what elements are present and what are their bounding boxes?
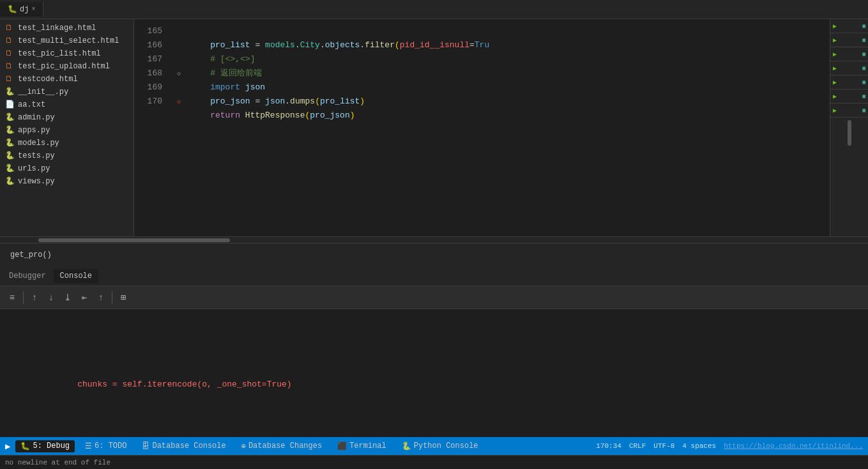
horizontal-scrollbar[interactable] bbox=[0, 236, 868, 243]
changes-icon: ⊕ bbox=[241, 442, 246, 451]
terminal-icon: ⬛ bbox=[337, 442, 347, 451]
preview-bar: get_pro() bbox=[0, 243, 868, 266]
status-bar-left: ▶ bbox=[5, 441, 10, 452]
grid-icon: ▦ bbox=[862, 65, 865, 71]
tab-database-changes[interactable]: ⊕ Database Changes bbox=[236, 440, 327, 452]
dj-tab[interactable]: 🐛 dj × bbox=[0, 2, 43, 17]
run-button-4[interactable]: ▶ ▦ bbox=[830, 61, 868, 75]
horizontal-scrollbar-thumb[interactable] bbox=[38, 238, 230, 242]
position-indicator: 170:34 bbox=[596, 442, 621, 450]
python-icon: 🐍 bbox=[402, 442, 411, 451]
list-item[interactable]: 🗋 testcode.html bbox=[0, 73, 133, 86]
function-label: get_pro() bbox=[10, 250, 52, 259]
code-editor[interactable]: 165 166 167 168 169 170 ◇ ◇ pro_list = m… bbox=[134, 19, 830, 236]
run-button-group: ▶ ▦ ▶ ▦ ▶ ▦ ▶ ▦ ▶ ▦ ▶ ▦ bbox=[830, 19, 868, 118]
list-item[interactable]: 📄 aa.txt bbox=[0, 98, 133, 111]
info-bar: no newline at end of file bbox=[0, 455, 868, 469]
toolbar-menu-button[interactable]: ≡ bbox=[5, 291, 19, 305]
run-button-5[interactable]: ▶ ▦ bbox=[830, 75, 868, 89]
list-item[interactable]: 🐍 tests.py bbox=[0, 150, 133, 162]
run-button-2[interactable]: ▶ ▦ bbox=[830, 33, 868, 47]
gutter-mark bbox=[172, 38, 185, 52]
console-row: chunks = self.iterencode(o, _one_shot=Tr… bbox=[8, 340, 860, 437]
grid-icon: ▦ bbox=[862, 51, 865, 57]
tab-todo[interactable]: ☰ 6: TODO bbox=[80, 440, 132, 452]
run-button-6[interactable]: ▶ ▦ bbox=[830, 89, 868, 104]
list-item[interactable]: 🐍 apps.py bbox=[0, 124, 133, 137]
todo-icon: ☰ bbox=[85, 442, 92, 451]
run-icon: ▶ bbox=[5, 441, 10, 452]
tab-close-icon[interactable]: × bbox=[31, 6, 35, 13]
gutter-mark-fold: ◇ bbox=[172, 66, 185, 81]
debug-tab-bar: Debugger Console bbox=[0, 266, 868, 286]
html-file-icon: 🗋 bbox=[5, 36, 15, 46]
run-button-7[interactable]: ▶ ▦ bbox=[830, 104, 868, 118]
run-button-1[interactable]: ▶ ▦ bbox=[830, 19, 868, 33]
console-output: chunks = self.iterencode(o, _one_shot=Tr… bbox=[0, 309, 868, 437]
gutter: ◇ ◇ bbox=[172, 19, 185, 236]
status-bar-tabs: 🐛 5: Debug ☰ 6: TODO 🗄 Database Console … bbox=[10, 440, 596, 452]
txt-file-icon: 📄 bbox=[5, 100, 15, 110]
list-item[interactable]: 🐍 admin.py bbox=[0, 111, 133, 124]
status-bar: ▶ 🐛 5: Debug ☰ 6: TODO 🗄 Database Consol… bbox=[0, 437, 868, 455]
grid-icon: ▦ bbox=[862, 93, 865, 99]
py-file-icon: 🐍 bbox=[5, 176, 15, 187]
terminal-label: Terminal bbox=[349, 442, 386, 450]
play-icon: ▶ bbox=[833, 93, 837, 100]
grid-icon: ▦ bbox=[862, 79, 865, 85]
database-icon: 🗄 bbox=[142, 442, 149, 451]
grid-icon: ▦ bbox=[862, 107, 865, 113]
py-file-icon: 🐍 bbox=[5, 151, 15, 161]
console-main: chunks = self.iterencode(o, _one_shot=Tr… bbox=[8, 340, 860, 437]
list-item[interactable]: 🗋 test_linkage.html bbox=[0, 22, 133, 35]
play-icon: ▶ bbox=[833, 36, 837, 44]
console-line: chunks = self.iterencode(o, _one_shot=Tr… bbox=[8, 365, 860, 404]
bug-icon: 🐛 bbox=[8, 4, 17, 14]
toolbar-up-button[interactable]: ↑ bbox=[27, 291, 42, 305]
line-endings: CRLF bbox=[629, 442, 646, 450]
debug-section: Debugger Console ≡ ↑ ↓ ⤓ ⇤ ↑ ⊞ chunks = … bbox=[0, 266, 868, 437]
debug-toolbar: ≡ ↑ ↓ ⤓ ⇤ ↑ ⊞ bbox=[0, 286, 868, 309]
html-file-icon: 🗋 bbox=[5, 23, 15, 33]
tab-console[interactable]: Console bbox=[54, 269, 98, 283]
toolbar-upload-button[interactable]: ⇤ bbox=[77, 291, 91, 305]
list-item[interactable]: 🗋 test_multi_select.html bbox=[0, 35, 133, 47]
tab-label: dj bbox=[20, 5, 29, 14]
py-file-icon: 🐍 bbox=[5, 164, 15, 174]
gutter-mark-breakpoint[interactable]: ◇ bbox=[172, 95, 185, 109]
list-item[interactable]: 🗋 test_pic_upload.html bbox=[0, 60, 133, 73]
toolbar-grid-button[interactable]: ⊞ bbox=[116, 291, 130, 305]
html-file-icon: 🗋 bbox=[5, 61, 15, 72]
url-label[interactable]: https://blog.csdn.net/itinlind... bbox=[724, 442, 863, 450]
toolbar-down-button[interactable]: ↓ bbox=[44, 291, 58, 305]
tab-debug[interactable]: 🐛 5: Debug bbox=[15, 440, 75, 452]
list-item[interactable]: 🐍 views.py bbox=[0, 175, 133, 188]
todo-tab-label: 6: TODO bbox=[95, 442, 126, 450]
code-area: 🗋 test_linkage.html 🗋 test_multi_select.… bbox=[0, 19, 868, 236]
list-item[interactable]: 🐍 __init__.py bbox=[0, 86, 133, 98]
charset: UTF-8 bbox=[653, 442, 674, 450]
list-item[interactable]: 🐍 models.py bbox=[0, 137, 133, 150]
code-content[interactable]: pro_list = models.City.objects.filter(pi… bbox=[185, 19, 830, 236]
debug-tab-label: 5: Debug bbox=[33, 442, 70, 450]
list-item[interactable]: 🐍 urls.py bbox=[0, 162, 133, 175]
play-icon: ▶ bbox=[833, 65, 837, 72]
toolbar-download-button[interactable]: ⤓ bbox=[61, 291, 75, 305]
play-icon: ▶ bbox=[833, 79, 837, 86]
bug-icon-sm: 🐛 bbox=[20, 442, 30, 451]
run-button-3[interactable]: ▶ ▦ bbox=[830, 47, 868, 61]
line-numbers: 165 166 167 168 169 170 bbox=[134, 19, 172, 236]
vertical-scrollbar-thumb[interactable] bbox=[848, 120, 851, 146]
html-file-icon: 🗋 bbox=[5, 74, 15, 84]
python-console-label: Python Console bbox=[414, 442, 478, 450]
tab-database-console[interactable]: 🗄 Database Console bbox=[137, 440, 231, 452]
gutter-mark bbox=[172, 24, 185, 38]
tab-python-console[interactable]: 🐍 Python Console bbox=[397, 440, 483, 452]
console-line: File "C:\Users\python_hui\Anaconda3\lib\… bbox=[8, 429, 860, 437]
list-item[interactable]: 🗋 test_pic_list.html bbox=[0, 47, 133, 60]
tab-terminal[interactable]: ⬛ Terminal bbox=[332, 440, 392, 452]
db-changes-label: Database Changes bbox=[248, 442, 322, 450]
toolbar-arrow-up-button[interactable]: ↑ bbox=[94, 291, 108, 305]
play-icon: ▶ bbox=[833, 107, 837, 114]
tab-debugger[interactable]: Debugger bbox=[3, 269, 52, 283]
